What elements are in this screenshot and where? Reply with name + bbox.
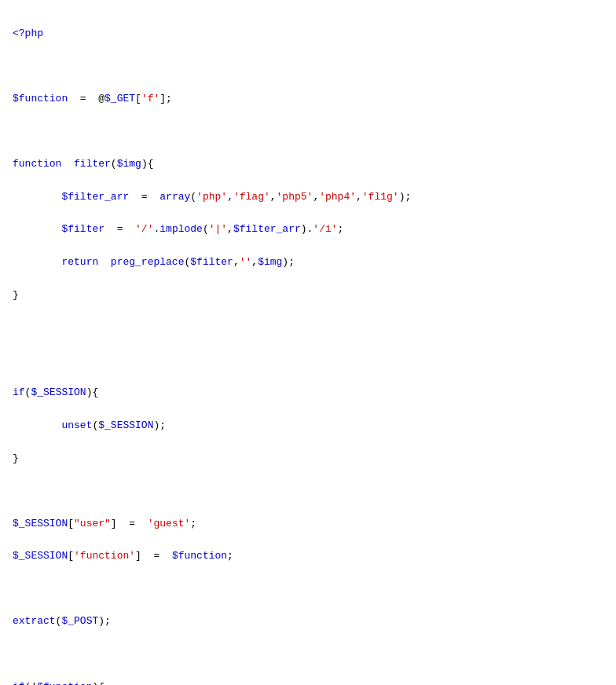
line-16: $_SESSION["user"] = 'guest'; [13,518,196,529]
line-5: function filter($img){ [13,158,153,170]
code-display: <?php $function = @$_GET['f']; function … [13,9,603,685]
line-3: $function = @$_GET['f']; [13,93,172,104]
line-9: } [13,289,19,301]
line-14: } [13,452,19,464]
line-6: $filter_arr = array('php','flag','php5',… [13,191,411,203]
line-21: if(!$function){ [13,681,104,685]
line-8: return preg_replace($filter,'',$img); [13,256,295,268]
line-19: extract($_POST); [13,615,111,627]
line-12: if($_SESSION){ [13,386,98,398]
line-1: <?php [13,27,43,39]
line-7: $filter = '/'.implode('|',$filter_arr).'… [13,223,343,235]
line-13: unset($_SESSION); [13,419,166,431]
line-17: $_SESSION['function'] = $function; [13,550,233,562]
